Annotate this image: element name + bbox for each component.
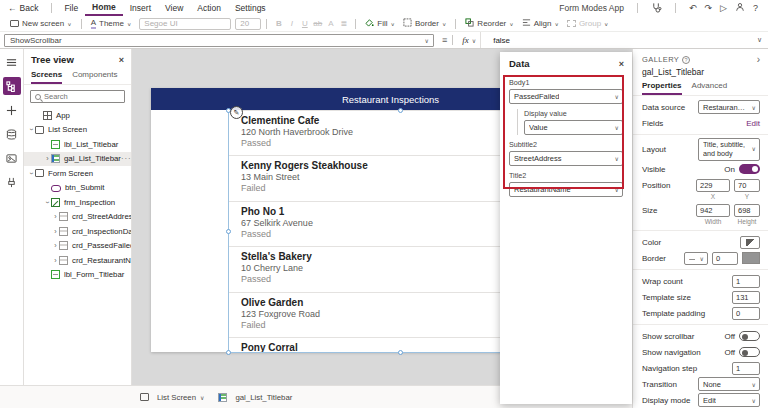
expander-icon[interactable] — [52, 228, 59, 235]
redo-icon[interactable]: ↷ — [705, 3, 713, 13]
reorder-button[interactable]: Reorder∨ — [461, 17, 517, 31]
preview-play-icon[interactable]: ▷ — [720, 3, 727, 13]
display-mode-dropdown[interactable]: Edit — [698, 393, 760, 407]
help-icon[interactable]: ? — [753, 3, 758, 13]
tree-row[interactable]: List Screen — [24, 123, 131, 138]
insert-icon[interactable] — [3, 101, 21, 119]
info-icon[interactable]: ? — [682, 56, 690, 64]
menu-item[interactable]: Action — [190, 1, 228, 16]
font-size-input[interactable]: 20 — [235, 18, 261, 30]
tree-close-icon[interactable]: × — [119, 55, 124, 65]
formula-menu-icon[interactable]: ≡ — [442, 35, 447, 45]
share-person-icon[interactable] — [735, 2, 745, 14]
more-options-icon[interactable]: ··· — [121, 154, 132, 163]
panel-tab[interactable]: Advanced — [692, 80, 728, 95]
field-dropdown[interactable]: RestaurantName — [509, 182, 623, 197]
field-dropdown[interactable]: Value — [524, 120, 623, 135]
template-padding-input[interactable]: 0 — [732, 307, 760, 320]
fill-button[interactable]: Fill∨ — [361, 17, 399, 31]
tree-row[interactable]: frm_Inspection — [24, 195, 131, 210]
selected-control-breadcrumb[interactable]: gal_List_Titlebar — [218, 393, 292, 402]
edit-pencil-icon[interactable]: ✎ — [230, 106, 243, 119]
transition-dropdown[interactable]: None — [698, 377, 760, 391]
selection-handle[interactable] — [398, 350, 403, 355]
navigation-step-input[interactable]: 1 — [732, 362, 760, 375]
panel-tab[interactable]: Properties — [642, 80, 682, 95]
app-checker-icon[interactable] — [651, 2, 662, 15]
data-icon[interactable] — [3, 125, 21, 143]
selection-handle[interactable] — [398, 108, 403, 113]
visible-toggle[interactable] — [739, 164, 760, 174]
tree-row[interactable]: gal_List_Titlebar ··· — [24, 152, 131, 167]
wrap-count-input[interactable]: 1 — [732, 275, 760, 288]
strikethrough-button[interactable]: ab — [311, 19, 324, 28]
tree-row[interactable]: crd_PassedFailed — [24, 239, 131, 254]
italic-button[interactable]: I — [285, 19, 298, 28]
selection-handle[interactable] — [226, 350, 231, 355]
tree-row[interactable]: btn_Submit — [24, 181, 131, 196]
group-button[interactable]: Group∨ — [563, 17, 613, 31]
search-input[interactable] — [44, 92, 114, 101]
selection-handle[interactable] — [226, 229, 231, 234]
layout-dropdown[interactable]: Title, subtitle, and body — [698, 138, 760, 161]
tree-tab[interactable]: Components — [72, 68, 117, 84]
font-family-input[interactable]: Segoe UI — [139, 18, 231, 30]
expander-icon[interactable] — [52, 213, 59, 220]
tree-row[interactable]: lbl_Form_Titlebar — [24, 268, 131, 283]
align-button[interactable]: Align∨ — [518, 17, 563, 31]
show-scrollbar-toggle[interactable] — [739, 331, 760, 341]
screen-selector[interactable]: List Screen ∨ — [140, 393, 204, 402]
hamburger-icon[interactable] — [3, 53, 21, 71]
tree-search-box[interactable] — [30, 90, 125, 103]
template-size-input[interactable]: 131 — [732, 291, 760, 304]
menu-item[interactable]: Home — [85, 1, 123, 16]
expander-icon[interactable] — [44, 155, 51, 162]
expander-icon[interactable] — [44, 199, 51, 206]
data-pane-close-icon[interactable]: × — [619, 59, 624, 69]
bold-button[interactable]: B — [272, 19, 285, 28]
size-height-input[interactable]: 698 — [734, 204, 760, 217]
border-button[interactable]: Border∨ — [399, 17, 450, 31]
data-source-dropdown[interactable]: Restaurant Inspectio... — [698, 100, 760, 114]
field-dropdown[interactable]: PassedFailed — [509, 89, 623, 104]
menu-item[interactable]: View — [158, 1, 190, 16]
media-icon[interactable] — [3, 149, 21, 167]
size-width-input[interactable]: 942 — [696, 204, 730, 217]
new-screen-button[interactable]: New screen∨ — [6, 17, 76, 31]
tree-row[interactable]: App — [24, 108, 131, 123]
expander-icon[interactable] — [28, 170, 35, 177]
expander-icon[interactable] — [52, 242, 59, 249]
back-button[interactable]: ← Back — [0, 3, 46, 13]
tree-view-icon[interactable] — [3, 77, 21, 95]
color-picker-button[interactable] — [740, 236, 760, 249]
formula-input[interactable]: false — [493, 36, 510, 45]
tree-row[interactable]: lbl_List_Titlebar — [24, 137, 131, 152]
tree-row[interactable]: crd_RestaurantName — [24, 253, 131, 268]
border-width-input[interactable]: 0 — [712, 252, 738, 265]
expand-panel-icon[interactable]: › — [757, 54, 760, 65]
menu-item[interactable]: Settings — [228, 1, 273, 16]
font-color-button[interactable]: A — [324, 19, 337, 28]
menu-item[interactable]: Insert — [123, 1, 158, 16]
menu-item[interactable]: File — [57, 1, 85, 16]
position-x-input[interactable]: 229 — [696, 179, 730, 192]
underline-button[interactable]: U — [298, 19, 311, 28]
border-color-swatch[interactable] — [742, 252, 760, 264]
show-navigation-toggle[interactable] — [739, 347, 760, 357]
property-selector[interactable]: ShowScrollbar — [4, 34, 434, 47]
tree-row[interactable]: Form Screen — [24, 166, 131, 181]
expander-icon[interactable] — [28, 126, 35, 133]
expander-icon[interactable] — [52, 257, 59, 264]
field-dropdown[interactable]: StreetAddress — [509, 151, 623, 166]
theme-button[interactable]: A Theme∨ — [87, 17, 136, 31]
tree-tab[interactable]: Screens — [31, 68, 62, 84]
position-y-input[interactable]: 70 — [734, 179, 760, 192]
fx-button[interactable]: fx ∨ — [458, 32, 481, 48]
tree-row[interactable]: crd_InspectionDate — [24, 224, 131, 239]
text-align-button[interactable]: ≣ — [337, 19, 350, 28]
formula-expand-icon[interactable]: ∨ — [757, 36, 762, 44]
undo-icon[interactable]: ↶ — [689, 3, 697, 13]
fields-edit-link[interactable]: Edit — [746, 119, 760, 128]
border-style-dropdown[interactable]: — — [684, 252, 708, 265]
advanced-tools-icon[interactable] — [3, 173, 21, 191]
